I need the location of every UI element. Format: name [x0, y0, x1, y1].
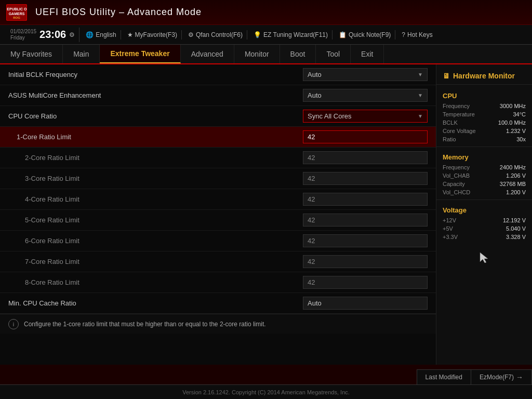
- value-5-core-ratio[interactable]: 42: [303, 214, 428, 227]
- tab-extreme-tweaker[interactable]: Extreme Tweaker: [100, 45, 180, 63]
- status-message: Configure the 1-core ratio limit that mu…: [24, 321, 266, 328]
- bottom-toolbar: Last Modified EzMode(F7) →: [417, 369, 532, 384]
- tab-advanced[interactable]: Advanced: [181, 45, 234, 63]
- language-label: English: [96, 31, 116, 38]
- row-4-core-ratio: 4-Core Ratio Limit 42: [0, 189, 436, 210]
- header: REPUBLIC OF GAMERS ROG UEFI BIOS Utility…: [0, 0, 532, 25]
- sidebar: 🖥 Hardware Monitor CPU Frequency 3000 MH…: [436, 64, 532, 365]
- sidebar-mem-vol-chcd: Vol_CHCD 1.200 V: [436, 188, 532, 196]
- value-3-core-ratio[interactable]: 42: [303, 172, 428, 185]
- sidebar-voltage-33v: +3.3V 3.328 V: [436, 233, 532, 241]
- sidebar-voltage-title: Voltage: [436, 203, 532, 216]
- question-icon: ?: [402, 31, 405, 38]
- ez-mode-button[interactable]: EzMode(F7) →: [471, 370, 532, 384]
- row-3-core-ratio: 3-Core Ratio Limit 42: [0, 168, 436, 189]
- label-cpu-core-ratio: CPU Core Ratio: [8, 112, 303, 120]
- label-2-core-ratio: 2-Core Ratio Limit: [8, 154, 303, 162]
- dropdown-min-cpu-cache[interactable]: Auto: [303, 297, 428, 310]
- label-initial-bclk: Initial BCLK Frequency: [8, 71, 303, 78]
- tab-exit[interactable]: Exit: [351, 45, 384, 63]
- sidebar-memory-title: Memory: [436, 150, 532, 163]
- svg-text:ROG: ROG: [13, 16, 20, 19]
- toolbar-date: 01/02/2015: [10, 29, 36, 35]
- label-3-core-ratio: 3-Core Ratio Limit: [8, 175, 303, 182]
- tab-main[interactable]: Main: [63, 45, 100, 63]
- svg-text:GAMERS: GAMERS: [9, 12, 25, 16]
- sidebar-cpu-core-voltage: Core Voltage 1.232 V: [436, 127, 532, 135]
- input-5-core-ratio[interactable]: 42: [303, 214, 428, 227]
- label-4-core-ratio: 4-Core Ratio Limit: [8, 195, 303, 203]
- label-asus-multicore: ASUS MultiCore Enhancement: [8, 91, 303, 99]
- label-1-core-ratio: 1-Core Ratio Limit: [8, 133, 303, 141]
- value-7-core-ratio[interactable]: 42: [303, 255, 428, 268]
- settings-gear-icon[interactable]: ⚙: [69, 31, 75, 38]
- label-6-core-ratio: 6-Core Ratio Limit: [8, 237, 303, 245]
- row-8-core-ratio: 8-Core Ratio Limit 42: [0, 272, 436, 293]
- last-modified-button[interactable]: Last Modified: [417, 370, 471, 384]
- language-selector[interactable]: 🌐 English: [82, 30, 121, 39]
- input-7-core-ratio[interactable]: 42: [303, 255, 428, 268]
- sidebar-title: 🖥 Hardware Monitor: [436, 69, 532, 85]
- note-icon: 📋: [339, 31, 347, 38]
- sidebar-cpu-title: CPU: [436, 89, 532, 102]
- sidebar-cpu-frequency: Frequency 3000 MHz: [436, 102, 532, 110]
- tab-boot[interactable]: Boot: [280, 45, 316, 63]
- input-8-core-ratio[interactable]: 42: [303, 276, 428, 289]
- row-6-core-ratio: 6-Core Ratio Limit 42: [0, 231, 436, 251]
- input-4-core-ratio[interactable]: 42: [303, 193, 428, 206]
- status-bar: i Configure the 1-core ratio limit that …: [0, 314, 436, 334]
- quick-note-button[interactable]: 📋 Quick Note(F9): [335, 30, 395, 39]
- row-initial-bclk: Initial BCLK Frequency Auto ▼: [0, 64, 436, 85]
- value-min-cpu-cache[interactable]: Auto: [303, 297, 428, 310]
- row-2-core-ratio: 2-Core Ratio Limit 42: [0, 148, 436, 168]
- svg-text:REPUBLIC OF: REPUBLIC OF: [7, 7, 26, 11]
- tab-my-favorites[interactable]: My Favorites: [0, 45, 63, 63]
- input-2-core-ratio[interactable]: 42: [303, 151, 428, 164]
- value-1-core-ratio[interactable]: 42: [303, 130, 428, 143]
- nav-tabs: My Favorites Main Extreme Tweaker Advanc…: [0, 45, 532, 64]
- input-1-core-ratio[interactable]: 42: [303, 130, 428, 143]
- value-initial-bclk[interactable]: Auto ▼: [303, 68, 428, 81]
- value-6-core-ratio[interactable]: 42: [303, 234, 428, 247]
- sidebar-mem-frequency: Frequency 2400 MHz: [436, 163, 532, 171]
- sidebar-cpu-temperature: Temperature 34°C: [436, 110, 532, 118]
- value-asus-multicore[interactable]: Auto ▼: [303, 89, 428, 102]
- main-layout: Initial BCLK Frequency Auto ▼ ASUS Multi…: [0, 64, 532, 365]
- tab-tool[interactable]: Tool: [316, 45, 351, 63]
- my-favorite-button[interactable]: ★ MyFavorite(F3): [123, 30, 182, 39]
- label-min-cpu-cache: Min. CPU Cache Ratio: [8, 299, 303, 307]
- toolbar-datetime: 01/02/2015 Friday 23:06 ⚙: [6, 28, 79, 42]
- value-8-core-ratio[interactable]: 42: [303, 276, 428, 289]
- toolbar-time: 23:06: [39, 29, 66, 41]
- row-asus-multicore: ASUS MultiCore Enhancement Auto ▼: [0, 85, 436, 106]
- row-min-cpu-cache: Min. CPU Cache Ratio Auto: [0, 293, 436, 314]
- dropdown-asus-multicore[interactable]: Auto ▼: [303, 89, 428, 102]
- value-2-core-ratio[interactable]: 42: [303, 151, 428, 164]
- toolbar: 01/02/2015 Friday 23:06 ⚙ 🌐 English ★ My…: [0, 25, 532, 45]
- input-3-core-ratio[interactable]: 42: [303, 172, 428, 185]
- value-4-core-ratio[interactable]: 42: [303, 193, 428, 206]
- qfan-button[interactable]: ⚙ Qfan Control(F6): [184, 30, 247, 39]
- dropdown-cpu-core-ratio[interactable]: Sync All Cores ▼: [303, 110, 428, 123]
- dropdown-initial-bclk[interactable]: Auto ▼: [303, 68, 428, 81]
- content-area: Initial BCLK Frequency Auto ▼ ASUS Multi…: [0, 64, 436, 365]
- sidebar-voltage-5v: +5V 5.040 V: [436, 224, 532, 233]
- logo-area: REPUBLIC OF GAMERS ROG: [6, 4, 27, 21]
- sidebar-cpu-bclk: BCLK 100.0 MHz: [436, 118, 532, 127]
- row-5-core-ratio: 5-Core Ratio Limit 42: [0, 210, 436, 231]
- sidebar-mem-capacity: Capacity 32768 MB: [436, 180, 532, 188]
- rog-logo: REPUBLIC OF GAMERS ROG: [6, 4, 27, 21]
- footer-text: Version 2.16.1242. Copyright (C) 2014 Am…: [182, 389, 350, 395]
- value-cpu-core-ratio[interactable]: Sync All Cores ▼: [303, 110, 428, 123]
- label-7-core-ratio: 7-Core Ratio Limit: [8, 258, 303, 265]
- label-5-core-ratio: 5-Core Ratio Limit: [8, 216, 303, 224]
- monitor-icon: 🖥: [443, 72, 450, 80]
- hot-keys-button[interactable]: ? Hot Keys: [397, 30, 436, 39]
- ez-tuning-button[interactable]: 💡 EZ Tuning Wizard(F11): [249, 30, 332, 39]
- tab-monitor[interactable]: Monitor: [234, 45, 280, 63]
- sidebar-mem-vol-chab: Vol_CHAB 1.206 V: [436, 171, 532, 180]
- bulb-icon: 💡: [254, 31, 261, 38]
- star-icon: ★: [127, 31, 133, 38]
- info-icon: i: [8, 319, 19, 329]
- input-6-core-ratio[interactable]: 42: [303, 234, 428, 247]
